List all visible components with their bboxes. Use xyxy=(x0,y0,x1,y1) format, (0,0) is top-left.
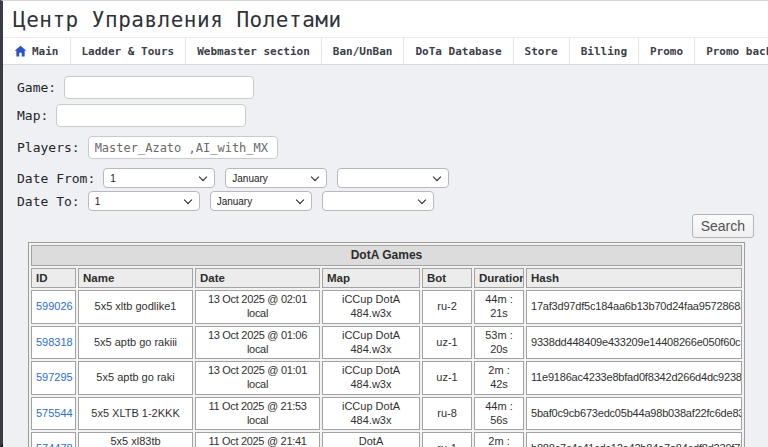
tab-billing[interactable]: Billing xyxy=(570,38,639,64)
game-id-link[interactable]: 574478 xyxy=(36,442,73,447)
cell-date: 11 Oct 2025 @ 21:41 local xyxy=(195,432,320,447)
cell-bot: ru-2 xyxy=(422,290,472,324)
game-id-link[interactable]: 597295 xyxy=(36,371,73,383)
cell-hash: b888c7c4c41cdc12e42b84a7a84cdf8d239f79b6 xyxy=(526,432,742,447)
table-caption: DotA Games xyxy=(31,245,742,266)
date-to-year-select[interactable] xyxy=(322,191,434,211)
col-header-date: Date xyxy=(195,268,320,288)
cell-id: 574478 xyxy=(31,432,76,447)
cell-map: iCCup DotA 484.w3x xyxy=(322,397,420,431)
map-input[interactable] xyxy=(56,104,246,127)
cell-bot: ru-1 xyxy=(422,432,472,447)
tab-label: Promo xyxy=(650,45,683,58)
page: Центр Управления Полетами Main Ladder & … xyxy=(0,0,768,447)
players-input[interactable] xyxy=(88,136,278,159)
tab-label: Ladder & Tours xyxy=(82,45,175,58)
col-header-name: Name xyxy=(78,268,193,288)
table-row: 5744785x5 xl83tb asgfsafasfas11 Oct 2025… xyxy=(31,432,742,447)
cell-date: 11 Oct 2025 @ 21:53 local xyxy=(195,397,320,431)
tab-ladder-tours[interactable]: Ladder & Tours xyxy=(71,38,187,64)
cell-duration: 2m : 07s xyxy=(474,432,524,447)
tab-label: Webmaster section xyxy=(197,45,310,58)
date-to-month-select[interactable]: January xyxy=(210,191,312,211)
table-row: 5755445x5 XLTB 1-2KKK11 Oct 2025 @ 21:53… xyxy=(31,397,742,431)
cell-map: DotA v6.83se.w3x xyxy=(322,432,420,447)
date-to-label: Date To: xyxy=(17,194,80,209)
col-header-duration: Duration xyxy=(474,268,524,288)
cell-hash: 11e9186ac4233e8bfad0f8342d266d4dc92381d1 xyxy=(526,361,742,395)
col-header-hash: Hash xyxy=(526,268,742,288)
date-from-row: Date From: 1 January xyxy=(17,168,754,188)
cell-name: 5x5 xl83tb asgfsafasfas xyxy=(78,432,193,447)
date-to-day-select[interactable]: 1 xyxy=(88,191,200,211)
cell-map: iCCup DotA 484.w3x xyxy=(322,290,420,324)
col-header-map: Map xyxy=(322,268,420,288)
table-row: 5972955x5 aptb go raki13 Oct 2025 @ 01:0… xyxy=(31,361,742,395)
date-from-label: Date From: xyxy=(17,171,95,186)
page-title: Центр Управления Полетами xyxy=(3,1,768,37)
tab-promo-background[interactable]: Promo background xyxy=(695,38,768,64)
cell-date: 13 Oct 2025 @ 02:01 local xyxy=(195,290,320,324)
cell-bot: uz-1 xyxy=(422,326,472,360)
tab-label: Promo background xyxy=(706,45,768,58)
tab-store[interactable]: Store xyxy=(514,38,570,64)
home-icon xyxy=(14,45,27,58)
date-from-month-select[interactable]: January xyxy=(225,168,327,188)
cell-id: 598318 xyxy=(31,326,76,360)
main-content: Game: Map: Players: Date From: 1 January… xyxy=(3,65,768,447)
table-header-row: ID Name Date Map Bot Duration Hash xyxy=(31,268,742,288)
table-row: 5983185x5 aptb go rakiii13 Oct 2025 @ 01… xyxy=(31,326,742,360)
cell-map: iCCup DotA 484.w3x xyxy=(322,361,420,395)
game-label: Game: xyxy=(17,80,56,95)
map-row: Map: xyxy=(17,104,754,127)
players-label: Players: xyxy=(17,140,80,155)
tab-label: Main xyxy=(32,45,59,58)
cell-id: 599026 xyxy=(31,290,76,324)
table-caption-row: DotA Games xyxy=(31,245,742,266)
date-from-day-select[interactable]: 1 xyxy=(103,168,215,188)
cell-hash: 9338dd448409e433209e14408266e050f60c110b xyxy=(526,326,742,360)
cell-id: 575544 xyxy=(31,397,76,431)
cell-name: 5x5 aptb go raki xyxy=(78,361,193,395)
players-row: Players: xyxy=(17,136,754,159)
games-tbody: 5990265x5 xltb godlike113 Oct 2025 @ 02:… xyxy=(31,290,742,447)
cell-hash: 5baf0c9cb673edc05b44a98b038af22fc6de839a xyxy=(526,397,742,431)
game-id-link[interactable]: 575544 xyxy=(36,407,73,419)
cell-name: 5x5 XLTB 1-2KKK xyxy=(78,397,193,431)
map-label: Map: xyxy=(17,108,48,123)
game-id-link[interactable]: 598318 xyxy=(36,336,73,348)
tab-label: Billing xyxy=(581,45,627,58)
cell-map: iCCup DotA 484.w3x xyxy=(322,326,420,360)
tab-bar: Main Ladder & Tours Webmaster section Ba… xyxy=(3,37,768,65)
game-row: Game: xyxy=(17,76,754,99)
cell-date: 13 Oct 2025 @ 01:01 local xyxy=(195,361,320,395)
cell-name: 5x5 aptb go rakiii xyxy=(78,326,193,360)
cell-duration: 44m : 56s xyxy=(474,397,524,431)
game-id-link[interactable]: 599026 xyxy=(36,300,73,312)
tab-label: Ban/UnBan xyxy=(333,45,393,58)
cell-hash: 17af3d97df5c184aa6b13b70d24faa9572868aa1 xyxy=(526,290,742,324)
cell-bot: uz-1 xyxy=(422,361,472,395)
tab-label: DoTa Database xyxy=(415,45,501,58)
col-header-id: ID xyxy=(31,268,76,288)
game-input[interactable] xyxy=(64,76,254,99)
cell-name: 5x5 xltb godlike1 xyxy=(78,290,193,324)
tab-dota-database[interactable]: DoTa Database xyxy=(404,38,513,64)
date-to-row: Date To: 1 January xyxy=(17,191,754,211)
cell-id: 597295 xyxy=(31,361,76,395)
tab-promo[interactable]: Promo xyxy=(639,38,695,64)
cell-date: 13 Oct 2025 @ 01:06 local xyxy=(195,326,320,360)
header: Центр Управления Полетами Main Ladder & … xyxy=(3,1,768,65)
cell-bot: ru-8 xyxy=(422,397,472,431)
cell-duration: 53m : 20s xyxy=(474,326,524,360)
search-button[interactable]: Search xyxy=(692,214,754,238)
date-from-year-select[interactable] xyxy=(337,168,449,188)
tab-ban-unban[interactable]: Ban/UnBan xyxy=(322,38,405,64)
tab-webmaster-section[interactable]: Webmaster section xyxy=(186,38,322,64)
col-header-bot: Bot xyxy=(422,268,472,288)
cell-duration: 44m : 21s xyxy=(474,290,524,324)
tab-main[interactable]: Main xyxy=(3,38,71,64)
table-row: 5990265x5 xltb godlike113 Oct 2025 @ 02:… xyxy=(31,290,742,324)
search-row: Search xyxy=(17,214,754,238)
tab-label: Store xyxy=(525,45,558,58)
